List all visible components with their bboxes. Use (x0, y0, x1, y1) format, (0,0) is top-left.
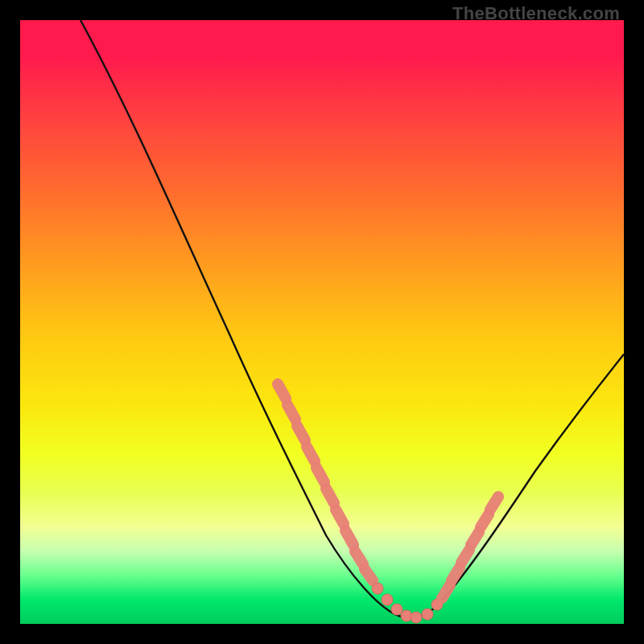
svg-point-12 (391, 604, 402, 615)
marker-cluster-right (422, 497, 498, 620)
chart-frame (20, 20, 624, 624)
svg-point-10 (372, 583, 383, 594)
svg-line-21 (481, 514, 489, 527)
svg-line-17 (442, 585, 450, 598)
svg-point-11 (382, 594, 393, 605)
chart-svg (20, 20, 624, 624)
svg-line-4 (316, 468, 324, 482)
svg-line-3 (307, 447, 315, 461)
svg-line-8 (355, 551, 363, 564)
svg-line-2 (297, 426, 305, 440)
svg-line-7 (345, 530, 353, 545)
svg-point-15 (422, 609, 433, 620)
svg-point-14 (411, 612, 422, 623)
svg-line-18 (452, 568, 460, 580)
marker-cluster-left (278, 384, 422, 623)
bottleneck-curve (80, 20, 624, 618)
svg-line-5 (326, 489, 334, 503)
svg-line-1 (287, 405, 295, 419)
svg-line-19 (461, 550, 469, 563)
svg-line-6 (336, 510, 344, 524)
svg-line-0 (278, 384, 286, 398)
svg-line-20 (471, 532, 479, 545)
svg-line-9 (365, 569, 373, 580)
svg-line-22 (490, 497, 498, 510)
